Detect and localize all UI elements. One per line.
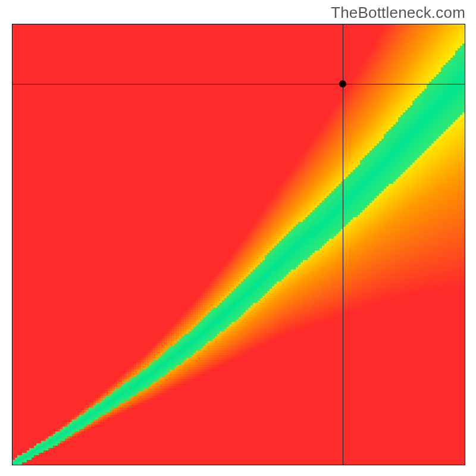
heatmap-canvas [12,24,465,465]
bottleneck-heatmap [12,24,465,465]
marker-dot [339,80,346,87]
watermark-text: TheBottleneck.com [331,4,465,22]
marker-horizontal-line [12,84,465,84]
marker-vertical-line [343,24,343,465]
